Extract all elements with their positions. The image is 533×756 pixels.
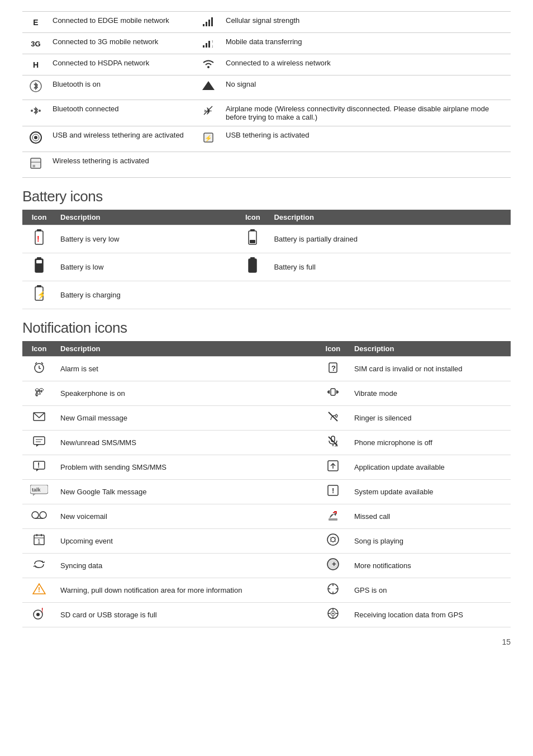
batt-charging-desc: Battery is charging (60, 291, 121, 299)
upcoming-event-icon: 1 (32, 533, 46, 546)
svg-rect-45 (331, 389, 335, 395)
desc-cell: Battery is full (269, 253, 511, 281)
desc-cell: New Gmail message (56, 406, 316, 431)
desc-cell: Battery is low (56, 253, 236, 281)
desc-cell: Song is playing (350, 529, 511, 554)
desc-cell: Phone microphone is off (350, 431, 511, 455)
svg-point-71 (40, 512, 46, 518)
usb-tether-desc: USB tethering is activated (226, 131, 310, 139)
table-row: New Gmail message Ringer is silenced (22, 406, 511, 431)
svg-marker-11 (202, 81, 215, 90)
svg-rect-0 (203, 24, 204, 26)
icon-cell (316, 455, 350, 480)
icon-cell: ! (22, 578, 56, 603)
desc-cell: New voicemail (56, 504, 316, 529)
icon-cell (22, 504, 56, 529)
page-number: 15 (22, 637, 511, 646)
signal-strength-icon (202, 16, 215, 26)
gps-desc: GPS is on (354, 586, 387, 594)
table-row: ⚡ Battery is charging (22, 281, 511, 309)
table-row: 3G Connected to 3G mobile network ↑ ↓ Mo… (22, 33, 511, 54)
ringer-silent-desc: Ringer is silenced (354, 414, 412, 422)
svg-line-85 (335, 541, 336, 542)
gmail-icon (32, 410, 46, 423)
no-signal-desc: No signal (226, 80, 256, 88)
svg-rect-1 (206, 22, 207, 26)
warning-icon: ! (32, 582, 46, 596)
desc-cell: More notifications (350, 554, 511, 578)
svg-point-80 (327, 534, 339, 545)
notif-col2-icon-header: Icon (316, 341, 350, 357)
wireless-tether-icon: ≡ (29, 157, 42, 170)
desc-cell: Problem with sending SMS/MMS (56, 455, 316, 480)
table-row: H Connected to HSDPA network Connected t… (22, 54, 511, 75)
desc-cell: Receiving location data from GPS (350, 603, 511, 627)
desc-cell: Battery is very low (56, 225, 236, 253)
missed-call-icon (326, 508, 340, 522)
desc-cell: Connected to a wireless network (222, 54, 511, 75)
notification-icons-table: Icon Description Icon Description Alarm … (22, 341, 511, 627)
battery-icons-table: Icon Description Icon Description ! Batt… (22, 210, 511, 309)
wireless-desc: Connected to a wireless network (226, 59, 331, 67)
icon-cell: 1 (22, 529, 56, 554)
icon-cell (316, 529, 350, 554)
icon-cell (22, 75, 49, 100)
sd-full-desc: SD card or USB storage is full (60, 611, 157, 619)
desc-cell: Battery is partially drained (269, 225, 511, 253)
icon-cell: ⚡ (194, 126, 222, 152)
sync-desc: Syncing data (60, 561, 102, 570)
sync-icon (32, 557, 46, 571)
svg-marker-67 (33, 494, 36, 496)
desc-cell: Battery is charging (56, 281, 236, 309)
gmail-desc: New Gmail message (60, 414, 127, 422)
icon-cell (194, 54, 222, 75)
desc-cell: Vibrate mode (350, 381, 511, 406)
table-row: Alarm is set ? SIM card is invalid or no… (22, 357, 511, 381)
icon-cell: ? (316, 357, 350, 381)
svg-line-84 (330, 541, 331, 542)
svg-rect-6 (208, 41, 210, 48)
icon-cell: ↑ ↓ (194, 33, 222, 54)
icon-cell: ! (22, 603, 56, 627)
icon-cell (236, 225, 269, 253)
table-row: Bluetooth connected ✈ Airplane mode (Wir… (22, 100, 511, 126)
3g-icon: 3G (31, 40, 40, 48)
svg-marker-55 (36, 445, 39, 447)
mic-off-desc: Phone microphone is off (354, 438, 432, 447)
notif-col1-icon-header: Icon (22, 341, 56, 357)
icon-cell: x (316, 431, 350, 455)
bluetooth-connected-icon (30, 105, 42, 117)
sd-full-icon: ! (32, 607, 46, 620)
battery-partial-icon (248, 229, 257, 246)
table-row: ! SD card or USB storage is full Recei (22, 603, 511, 627)
svg-point-96 (36, 613, 40, 616)
icon-cell: + (316, 554, 350, 578)
desc-cell: Airplane mode (Wireless connectivity dis… (222, 100, 511, 126)
table-row: New/unread SMS/MMS x Phone microphone is… (22, 431, 511, 455)
voicemail-desc: New voicemail (60, 512, 107, 521)
icon-cell: ! (22, 455, 56, 480)
sys-update-desc: System update available (354, 488, 434, 496)
usb-wireless-desc: USB and wireless tethering are activated (53, 131, 184, 139)
missed-call-desc: Missed call (354, 512, 390, 521)
status-icons-table: E Connected to EDGE mobile network Cellu… (22, 11, 511, 178)
wifi-icon (202, 59, 215, 69)
icon-cell (194, 75, 222, 100)
battery-very-low-icon: ! (35, 229, 44, 246)
table-row: ! Problem with sending SMS/MMS Applicati… (22, 455, 511, 480)
sms-error-desc: Problem with sending SMS/MMS (60, 463, 166, 471)
desc-cell: Cellular signal strength (222, 12, 511, 33)
svg-text:↓: ↓ (211, 44, 213, 48)
desc-cell: Syncing data (56, 554, 316, 578)
speakerphone-icon (32, 385, 46, 399)
icon-cell (316, 578, 350, 603)
svg-rect-52 (34, 437, 45, 445)
icon-cell (194, 152, 222, 178)
desc-cell: Missed call (350, 504, 511, 529)
svg-text:!: ! (37, 234, 40, 243)
desc-cell: No signal (222, 75, 511, 100)
airplane-mode-icon: ✈ (202, 105, 215, 117)
svg-rect-4 (203, 45, 204, 48)
alarm-desc: Alarm is set (60, 365, 98, 373)
song-playing-desc: Song is playing (354, 537, 403, 545)
